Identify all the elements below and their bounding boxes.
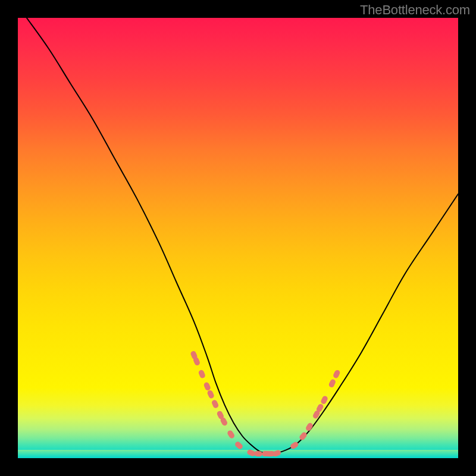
data-point [333, 369, 341, 379]
data-point [299, 431, 308, 441]
data-point [203, 381, 211, 391]
data-point [320, 395, 328, 405]
data-point [328, 378, 336, 389]
chart-svg [18, 18, 458, 458]
chart-frame: TheBottleneck.com [0, 0, 476, 476]
curve-left-curve [27, 18, 269, 454]
curve-right-curve [269, 194, 458, 454]
data-point [227, 430, 236, 440]
watermark-text: TheBottleneck.com [360, 2, 470, 18]
data-point [254, 451, 263, 457]
plot-area [18, 18, 458, 458]
data-point [305, 422, 314, 432]
data-point [206, 389, 215, 399]
data-point [272, 449, 281, 457]
data-point [198, 369, 206, 378]
data-point [234, 440, 243, 450]
data-point [211, 399, 219, 409]
